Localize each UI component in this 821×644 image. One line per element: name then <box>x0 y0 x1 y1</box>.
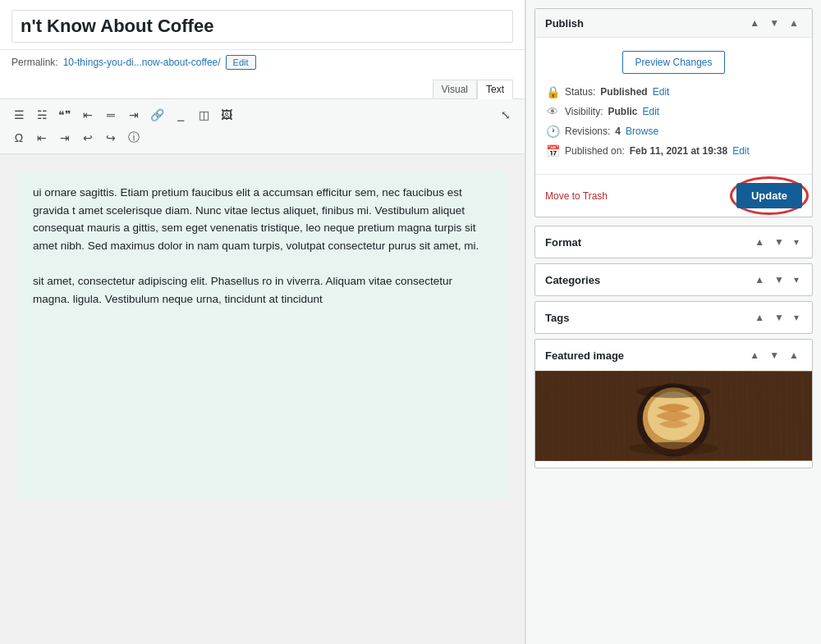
tags-section: Tags ▲ ▼ ▾ <box>534 301 813 334</box>
publish-title: Publish <box>545 17 746 30</box>
coffee-image-svg <box>535 371 812 461</box>
tab-visual[interactable]: Visual <box>433 80 477 98</box>
publish-collapse-down[interactable]: ▼ <box>766 16 782 30</box>
permalink-edit-button[interactable]: Edit <box>226 55 256 70</box>
published-edit-link[interactable]: Edit <box>732 145 750 157</box>
format-section-header[interactable]: Format ▲ ▼ ▾ <box>535 226 812 258</box>
revisions-icon: 🕐 <box>545 125 560 138</box>
toolbar-align-center[interactable]: ═ <box>100 104 122 126</box>
featured-image-placeholder[interactable] <box>535 371 812 461</box>
status-icon: 🔒 <box>545 85 560 98</box>
editor-tabs: Visual Text <box>0 76 525 99</box>
toolbar-align-left[interactable]: ⇤ <box>77 104 99 126</box>
tags-toggle[interactable]: ▾ <box>791 310 802 325</box>
visibility-row: 👁 Visibility: Public Edit <box>545 102 802 121</box>
featured-image-toggle[interactable]: ▲ <box>786 348 802 363</box>
featured-image-section: Featured image ▲ ▼ ▲ <box>534 339 813 468</box>
featured-image-header[interactable]: Featured image ▲ ▼ ▲ <box>535 340 812 371</box>
tags-controls: ▲ ▼ ▾ <box>751 310 802 325</box>
categories-section: Categories ▲ ▼ ▾ <box>534 263 813 296</box>
publish-box-header: Publish ▲ ▼ ▲ <box>535 9 812 38</box>
publish-box: Publish ▲ ▼ ▲ Preview Changes 🔒 Status: … <box>534 8 813 217</box>
format-section: Format ▲ ▼ ▾ <box>534 226 813 258</box>
toolbar-indent-in[interactable]: ⇥ <box>54 127 76 148</box>
content-area: ui ornare sagittis. Etiam pretium faucib… <box>0 154 525 644</box>
status-edit-link[interactable]: Edit <box>653 86 670 98</box>
toolbar-unordered-list[interactable]: ☰ <box>8 104 30 126</box>
tab-text[interactable]: Text <box>477 80 513 99</box>
post-title-input[interactable] <box>11 10 513 43</box>
toolbar-redo[interactable]: ↪ <box>100 127 122 148</box>
status-label: Status: <box>565 86 595 98</box>
toolbar-row-1: ☰ ☵ ❝❞ ⇤ ═ ⇥ 🔗 ⎯ ◫ 🖼 ⤡ <box>8 104 516 126</box>
categories-controls: ▲ ▼ ▾ <box>751 272 802 287</box>
revisions-browse-link[interactable]: Browse <box>626 126 658 137</box>
format-toggle[interactable]: ▾ <box>791 235 802 249</box>
publish-collapse-up[interactable]: ▲ <box>746 16 763 30</box>
visibility-value: Public <box>608 106 637 117</box>
categories-section-header[interactable]: Categories ▲ ▼ ▾ <box>535 264 812 295</box>
svg-point-6 <box>629 442 718 455</box>
toolbar-table[interactable]: ◫ <box>193 104 214 126</box>
toolbar-ordered-list[interactable]: ☵ <box>31 104 53 126</box>
publish-box-body: Preview Changes 🔒 Status: Published Edit… <box>535 38 812 169</box>
categories-toggle[interactable]: ▾ <box>791 272 802 287</box>
toolbar-image[interactable]: 🖼 <box>216 104 237 126</box>
tags-section-header[interactable]: Tags ▲ ▼ ▾ <box>535 302 812 333</box>
publish-footer: Move to Trash Update <box>535 174 812 217</box>
featured-image-content <box>535 371 812 468</box>
title-area <box>0 0 525 50</box>
toolbar-align-right[interactable]: ⇥ <box>123 104 144 126</box>
visibility-label: Visibility: <box>565 106 603 117</box>
revisions-label: Revisions: <box>565 126 610 137</box>
update-button[interactable]: Update <box>736 183 802 208</box>
content-editor[interactable]: ui ornare sagittis. Etiam pretium faucib… <box>16 171 508 499</box>
move-to-trash-link[interactable]: Move to Trash <box>545 190 608 202</box>
toolbar-special-char[interactable]: Ω <box>8 127 30 148</box>
content-paragraph-1: ui ornare sagittis. Etiam pretium faucib… <box>33 184 492 254</box>
revisions-row: 🕐 Revisions: 4 Browse <box>545 121 802 141</box>
publish-toggle-arrow[interactable]: ▲ <box>786 16 802 30</box>
revisions-value: 4 <box>615 126 621 137</box>
status-value: Published <box>600 86 647 98</box>
format-up[interactable]: ▲ <box>751 235 768 249</box>
format-title: Format <box>545 236 751 249</box>
tags-title: Tags <box>545 312 751 324</box>
toolbar-indent-out[interactable]: ⇤ <box>31 127 53 148</box>
toolbar-row-2: Ω ⇤ ⇥ ↩ ↪ ⓘ <box>8 127 516 148</box>
publish-header-controls: ▲ ▼ ▲ <box>746 16 802 30</box>
published-label: Published on: <box>565 145 625 157</box>
tags-up[interactable]: ▲ <box>751 310 768 325</box>
format-down[interactable]: ▼ <box>771 235 787 249</box>
published-icon: 📅 <box>545 144 560 158</box>
tags-down[interactable]: ▼ <box>771 310 787 325</box>
featured-image-controls: ▲ ▼ ▲ <box>746 348 802 363</box>
update-btn-wrapper: Update <box>736 183 802 208</box>
sidebar: Publish ▲ ▼ ▲ Preview Changes 🔒 Status: … <box>525 0 821 644</box>
categories-title: Categories <box>545 274 751 286</box>
toolbar-horizontal-rule[interactable]: ⎯ <box>170 104 191 126</box>
published-row: 📅 Published on: Feb 11, 2021 at 19:38 Ed… <box>545 141 802 161</box>
toolbar-undo[interactable]: ↩ <box>77 127 99 148</box>
format-controls: ▲ ▼ ▾ <box>751 235 802 249</box>
toolbar-help[interactable]: ⓘ <box>123 127 144 148</box>
visibility-icon: 👁 <box>545 105 560 118</box>
toolbar-blockquote[interactable]: ❝❞ <box>54 104 76 126</box>
permalink-bar: Permalink: 10-things-you-di...now-about-… <box>0 50 525 76</box>
categories-down[interactable]: ▼ <box>771 272 787 287</box>
toolbar-link[interactable]: 🔗 <box>146 104 168 126</box>
content-paragraph-2: sit amet, consectetur adipiscing elit. P… <box>33 272 492 308</box>
featured-image-title: Featured image <box>545 349 746 362</box>
categories-up[interactable]: ▲ <box>751 272 768 287</box>
toolbar: ☰ ☵ ❝❞ ⇤ ═ ⇥ 🔗 ⎯ ◫ 🖼 ⤡ Ω ⇤ ⇥ ↩ ↪ ⓘ <box>0 99 525 154</box>
preview-changes-button[interactable]: Preview Changes <box>622 51 724 74</box>
toolbar-fullscreen[interactable]: ⤡ <box>495 104 516 126</box>
permalink-label: Permalink: <box>11 57 58 68</box>
permalink-link[interactable]: 10-things-you-di...now-about-coffee/ <box>63 57 221 68</box>
featured-image-down[interactable]: ▼ <box>766 348 782 363</box>
editor-panel: Permalink: 10-things-you-di...now-about-… <box>0 0 525 644</box>
visibility-edit-link[interactable]: Edit <box>642 106 659 117</box>
svg-point-5 <box>636 385 711 398</box>
status-row: 🔒 Status: Published Edit <box>545 82 802 102</box>
featured-image-up[interactable]: ▲ <box>746 348 763 363</box>
